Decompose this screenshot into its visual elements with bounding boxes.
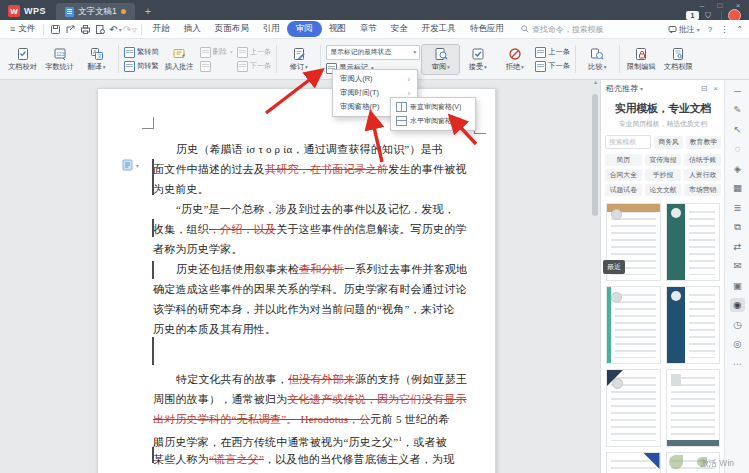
file-menu-button[interactable]: ≡ 文件	[6, 23, 39, 35]
panel-close-icon[interactable]: ×	[711, 84, 720, 93]
template-thumbnail[interactable]	[606, 452, 661, 473]
envelope-icon[interactable]: ✉	[730, 259, 745, 273]
resource-icon[interactable]: ◉	[730, 298, 745, 312]
ribbon-tab-视图[interactable]: 视图	[322, 21, 353, 37]
template-chip-市场营销[interactable]: 市场营销	[684, 184, 721, 196]
more-icon[interactable]: ⋯	[730, 356, 745, 370]
document-tab[interactable]: 文字文稿1	[56, 3, 135, 20]
review-pane-icon	[434, 47, 448, 61]
workspace-badge[interactable]: 1	[686, 11, 699, 20]
prev-comment-button[interactable]: 上一条	[237, 47, 272, 58]
ribbon-tab-开始[interactable]: 开始	[146, 21, 177, 37]
next-change-button[interactable]: 下一条	[535, 61, 570, 72]
template-chip-论文文献[interactable]: 论文文献	[645, 184, 682, 196]
ribbon-tab-引用[interactable]: 引用	[256, 21, 287, 37]
template-chip-信纸手账[interactable]: 信纸手账	[684, 154, 721, 166]
divider	[276, 45, 277, 73]
quickbar-more-icon[interactable]: ▽	[132, 26, 137, 33]
ribbon-tab-开发工具[interactable]: 开发工具	[415, 21, 463, 37]
scroll-up-icon[interactable]: ▴	[591, 80, 600, 85]
ribbon-tab-章节[interactable]: 章节	[353, 21, 384, 37]
member-crown-icon[interactable]: ⛉	[705, 11, 715, 20]
help-button[interactable]: ?	[708, 25, 712, 34]
template-chip-试题试卷[interactable]: 试题试卷	[605, 184, 642, 196]
template-thumbnail[interactable]	[606, 369, 661, 447]
template-chip-合同大全[interactable]: 合同大全	[605, 169, 642, 181]
template-thumbnail[interactable]	[606, 286, 661, 364]
ribbon-tab-特色应用[interactable]: 特色应用	[463, 21, 511, 37]
collapse-ribbon-icon[interactable]: ⌃	[736, 25, 743, 34]
ribbon-tab-审阅[interactable]: 审阅	[287, 21, 322, 37]
history-icon[interactable]: ◷	[730, 317, 745, 331]
print-icon[interactable]	[79, 23, 92, 36]
panel-header-title[interactable]: 稻壳推荐	[606, 83, 638, 94]
document-text-run: 面文件中描述的过去及	[153, 163, 265, 175]
template-chip-手抄报[interactable]: 手抄报	[645, 169, 682, 181]
wps-logo[interactable]: W WPS	[0, 5, 56, 20]
template-chip-宣传海报[interactable]: 宣传海报	[645, 154, 682, 166]
undo-icon[interactable]: ↶	[109, 24, 117, 35]
markup-state-dropdown[interactable]: 显示标记的最终状态▾	[326, 45, 420, 60]
comment-indicator[interactable]: ▾	[122, 159, 139, 171]
insert-comment-button[interactable]: 插入批注	[161, 45, 198, 74]
template-tab-教育教学[interactable]: 教育教学	[686, 136, 721, 149]
panel-pin-icon[interactable]: ⊟	[699, 84, 710, 93]
deleted-text: 但没有外部来	[288, 373, 355, 385]
command-search[interactable]: 查找命令，搜索模板	[521, 24, 604, 35]
print-preview-icon[interactable]	[94, 23, 107, 36]
trad-to-simp-button[interactable]: 繁转简	[124, 47, 159, 58]
template-chip-简历[interactable]: 简历	[605, 154, 642, 166]
pages-icon[interactable]: ⧉	[730, 220, 745, 234]
review-pane-button[interactable]: 审阅▾	[422, 45, 459, 74]
prev-change-button[interactable]: 上一条	[535, 47, 570, 58]
redo-icon[interactable]: ↷	[123, 24, 131, 35]
delete-comment-button[interactable]: 删除▾	[200, 47, 233, 58]
template-search-input[interactable]: 搜索模板	[605, 135, 651, 149]
accept-button[interactable]: 接受▾	[459, 45, 496, 74]
restrict-editing-button[interactable]: 限制编辑	[623, 45, 660, 74]
table-icon[interactable]: ▦	[730, 181, 745, 195]
proofread-button[interactable]: 文档校对	[4, 45, 41, 74]
image-icon[interactable]: ▣	[730, 278, 745, 292]
next-comment-button[interactable]: 下一条	[237, 61, 272, 72]
save-icon[interactable]	[49, 23, 62, 36]
document-page[interactable]: ▾ 历史（希腊语 ίσ τ ο ρ ία，通过调查获得的知识”）是书面文件中描述…	[97, 88, 496, 473]
collapse-icon[interactable]: ─	[730, 83, 745, 97]
more-menu-icon[interactable]: ⋮	[720, 25, 728, 34]
ribbon-tab-安全[interactable]: 安全	[384, 21, 415, 37]
coin-icon[interactable]: ◎	[730, 337, 745, 351]
outline-icon[interactable]: ≣	[730, 200, 745, 214]
template-chip-人资行政[interactable]: 人资行政	[684, 169, 721, 181]
compare-button[interactable]: 比较▾	[579, 45, 616, 74]
convert-icon[interactable]: ⇄	[730, 239, 745, 253]
export-icon[interactable]	[64, 23, 77, 36]
document-text[interactable]: 历史（希腊语 ίσ τ ο ρ ία，通过调查获得的知识”）是书面文件中描述的过…	[153, 139, 471, 473]
simp-to-trad-button[interactable]: 简转繁	[124, 61, 159, 72]
ribbon-tab-页面布局[interactable]: 页面布局	[208, 21, 256, 37]
undo-caret-icon[interactable]: ▾	[119, 26, 122, 33]
ink-icon[interactable]: ◈	[730, 161, 745, 175]
track-changes-button[interactable]: 修订▾	[280, 45, 317, 74]
comment-button[interactable]: 批注 ▾	[668, 24, 700, 35]
reject-button[interactable]: 拒绝▾	[496, 45, 533, 74]
pen-icon[interactable]: ✎	[730, 103, 745, 117]
ribbon-tab-插入[interactable]: 插入	[177, 21, 208, 37]
scrollbar-thumb[interactable]	[592, 94, 598, 216]
new-tab-button[interactable]: +	[135, 5, 161, 20]
word-count-button[interactable]: 123 字数统计	[41, 45, 78, 74]
vertical-scrollbar[interactable]: ▴	[591, 80, 600, 473]
caret-down-icon[interactable]: ▾	[640, 85, 643, 92]
lasso-icon[interactable]: ◌	[730, 142, 745, 156]
template-tab-商务风[interactable]: 商务风	[654, 136, 682, 149]
review-menu-item[interactable]: 审阅人(R)›	[333, 72, 417, 86]
pane-submenu-item[interactable]: 水平审阅窗格(H)	[391, 114, 475, 128]
trad-to-simp-label: 繁转简	[137, 47, 159, 57]
translate-button[interactable]: A文 翻译▾	[78, 45, 115, 74]
template-thumbnail[interactable]	[666, 286, 721, 364]
template-thumbnail[interactable]	[666, 203, 721, 281]
document-permission-button[interactable]: 文档权限	[660, 45, 697, 74]
select-icon[interactable]: ↖	[730, 122, 745, 136]
template-thumbnail[interactable]	[666, 369, 721, 447]
document-line: 历史还包括使用叙事来检查和分析一系列过去事件并客观地	[153, 259, 471, 279]
pane-submenu-item[interactable]: 垂直审阅窗格(V)	[391, 100, 475, 114]
